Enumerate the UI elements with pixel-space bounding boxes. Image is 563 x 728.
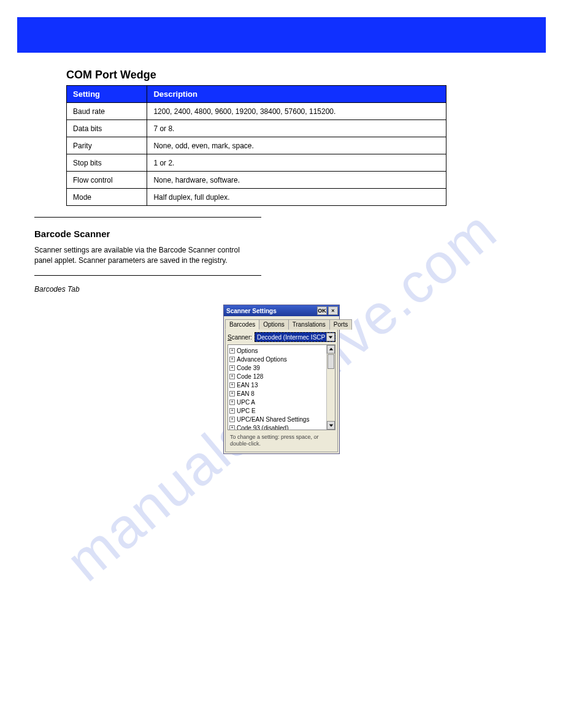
dialog-tabs: Barcodes Options Translations Ports — [224, 316, 339, 329]
expand-icon[interactable]: + — [229, 357, 235, 362]
svg-marker-1 — [329, 347, 332, 350]
expand-icon[interactable]: + — [229, 417, 235, 422]
cell-setting: Stop bits — [67, 154, 147, 172]
settings-col-description: Description — [147, 86, 446, 103]
table-row: Baud rate 1200, 2400, 4800, 9600, 19200,… — [67, 103, 446, 120]
chevron-down-icon — [329, 422, 334, 429]
expand-icon[interactable]: + — [229, 391, 235, 396]
tab-options[interactable]: Options — [259, 319, 288, 330]
cell-setting: Flow control — [67, 172, 147, 189]
tree-node: +EAN 13 — [229, 381, 334, 389]
dialog-hint: To change a setting: press space, or dou… — [228, 430, 335, 448]
expand-icon[interactable]: + — [229, 400, 235, 405]
tree-node: +Advanced Options — [229, 355, 334, 363]
cell-desc: Half duplex, full duplex. — [147, 189, 446, 206]
ok-button[interactable]: OK — [317, 306, 327, 315]
close-button[interactable]: × — [328, 306, 338, 315]
scroll-up-button[interactable] — [327, 345, 335, 354]
scanner-combo-value: Decoded (Intermec ISCP — [257, 334, 325, 341]
tree-node: +UPC A — [229, 398, 334, 406]
divider — [34, 275, 261, 276]
cell-setting: Parity — [67, 137, 147, 154]
expand-icon[interactable]: + — [229, 365, 235, 371]
settings-table: Setting Description Baud rate 1200, 2400… — [66, 85, 446, 206]
expand-icon[interactable]: + — [229, 374, 235, 379]
cell-setting: Data bits — [67, 120, 147, 137]
expand-icon[interactable]: + — [229, 382, 235, 388]
cell-desc: 1 or 2. — [147, 154, 446, 172]
scroll-down-button[interactable] — [327, 421, 335, 430]
chevron-up-icon — [329, 346, 334, 353]
cell-desc: 1200, 2400, 4800, 9600, 19200, 38400, 57… — [147, 103, 446, 120]
dialog-title: Scanner Settings — [226, 308, 277, 314]
table-row: Stop bits 1 or 2. — [67, 154, 446, 172]
tree-node: +Code 39 — [229, 363, 334, 372]
tree-node: +Code 93 (disabled) — [229, 423, 334, 430]
svg-marker-2 — [329, 424, 332, 427]
section-barcode-scanner: Barcode Scanner — [34, 229, 563, 239]
dialog-titlebar[interactable]: Scanner Settings OK × — [224, 305, 339, 316]
tree-node: +UPC/EAN Shared Settings — [229, 415, 334, 423]
scroll-thumb[interactable] — [327, 354, 334, 369]
divider — [34, 217, 261, 218]
scanner-combo[interactable]: Decoded (Intermec ISCP — [255, 332, 335, 342]
expand-icon[interactable]: + — [229, 408, 235, 414]
table-row: Data bits 7 or 8. — [67, 120, 446, 137]
section-com-port-wedge: COM Port Wedge — [66, 69, 563, 82]
cell-desc: None, hardware, software. — [147, 172, 446, 189]
table-row: Mode Half duplex, full duplex. — [67, 189, 446, 206]
table-row: Flow control None, hardware, software. — [67, 172, 446, 189]
cell-setting: Baud rate — [67, 103, 147, 120]
svg-marker-0 — [329, 336, 332, 338]
tree-node: +EAN 8 — [229, 389, 334, 398]
barcode-intro: Scanner settings are available via the B… — [34, 245, 255, 267]
tab-barcodes[interactable]: Barcodes — [225, 319, 259, 330]
settings-col-setting: Setting — [67, 86, 147, 103]
page-header-bar — [17, 17, 546, 53]
tree-node: +Options — [229, 346, 334, 355]
table-row: Parity None, odd, even, mark, space. — [67, 137, 446, 154]
tree-node: +UPC E — [229, 406, 334, 415]
tree-node: +Code 128 — [229, 372, 334, 381]
expand-icon[interactable]: + — [229, 348, 235, 354]
combo-dropdown-button[interactable] — [326, 333, 335, 341]
barcodes-tab-heading: Barcodes Tab — [34, 284, 255, 295]
scanner-settings-dialog: Scanner Settings OK × Barcodes Options T… — [223, 305, 340, 454]
expand-icon[interactable]: + — [229, 425, 235, 431]
scanner-label: Scanner: — [228, 334, 252, 341]
tab-ports[interactable]: Ports — [329, 319, 352, 330]
close-icon: × — [331, 308, 334, 314]
cell-desc: None, odd, even, mark, space. — [147, 137, 446, 154]
barcode-tree[interactable]: +Options +Advanced Options +Code 39 +Cod… — [228, 344, 335, 430]
scroll-track[interactable] — [327, 370, 335, 421]
cell-setting: Mode — [67, 189, 147, 206]
chevron-down-icon — [328, 334, 333, 341]
scrollbar[interactable] — [326, 345, 335, 430]
tab-translations[interactable]: Translations — [288, 319, 330, 330]
cell-desc: 7 or 8. — [147, 120, 446, 137]
